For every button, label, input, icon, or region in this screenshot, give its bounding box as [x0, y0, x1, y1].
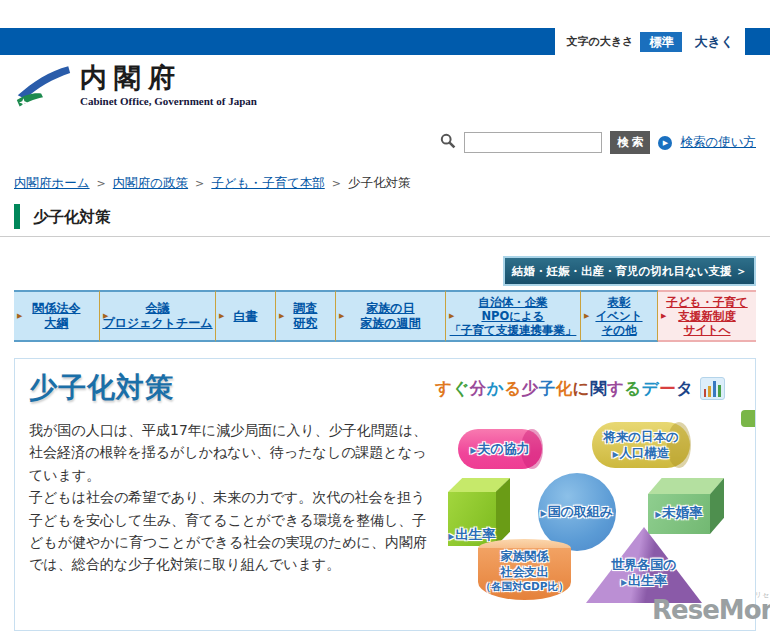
main-content-box: 少子化対策 我が国の人口は、平成17年に減少局面に入り、少子化問題は、社会経済の… — [14, 358, 756, 631]
breadcrumb-child-bureau-link[interactable]: 子ども・子育て本部 — [211, 175, 324, 192]
arrow-marker-icon: ▶ — [612, 450, 618, 459]
nav-link[interactable]: 研究 — [294, 316, 318, 331]
data-shapes-cluster: ▶夫の協力 将来の日本の ▶人口構造 ▶出生率 ▶国の取組み ▶未婚率 — [435, 409, 756, 624]
nav-link[interactable]: 白書 — [234, 309, 258, 324]
search-icon — [440, 133, 456, 153]
nav-link[interactable]: イベント — [595, 309, 642, 323]
arrow-marker-icon: ▶ — [661, 312, 666, 320]
intro-text: 我が国の人口は、平成17年に減少局面に入り、少子化問題は、社会経済の根幹を揺るが… — [29, 419, 431, 576]
site-name: 内閣府 — [80, 63, 257, 93]
search-help-link[interactable]: 検索の使い方 — [680, 134, 756, 151]
nav-link[interactable]: その他 — [601, 323, 636, 337]
nav-link[interactable]: 関係法令 — [33, 301, 81, 316]
breadcrumb-home-link[interactable]: 内閣府ホーム — [14, 175, 90, 192]
search-button[interactable]: 検 索 — [610, 131, 650, 154]
data-shape-unmarried-rate[interactable]: ▶未婚率 — [648, 478, 724, 534]
nav-link[interactable]: 支援新制度 — [678, 309, 736, 323]
watermark-katakana: リセマム — [755, 592, 770, 599]
breadcrumb-current: 少子化対策 — [348, 175, 411, 192]
title-accent-bar — [14, 204, 20, 229]
text-size-label: 文字の大きさ — [567, 34, 634, 49]
banner-label: 結婚・妊娠・出産・育児の切れ目ない支援 — [512, 264, 732, 279]
arrow-marker-icon: ▶ — [449, 312, 454, 320]
section-nav: ▶ 関係法令 大綱 ▶ 会議 プロジェクトチーム ▶ 白書 ▶ 調査 研究 ▶ … — [14, 290, 756, 342]
intro-paragraph-1: 我が国の人口は、平成17年に減少局面に入り、少子化問題は、社会経済の根幹を揺るが… — [29, 419, 431, 486]
green-decoration — [741, 410, 756, 427]
nav-link[interactable]: 調査 — [294, 301, 318, 316]
text-size-larger-button[interactable]: 大きく — [689, 31, 739, 52]
arrow-marker-icon: ▶ — [655, 510, 661, 519]
nav-tab-survey-research[interactable]: ▶ 調査 研究 — [276, 290, 336, 342]
data-shape-husband-cooperation[interactable]: ▶夫の協力 — [458, 429, 542, 469]
intro-paragraph-2: 子どもは社会の希望であり、未来の力です。次代の社会を担う子どもを安心して生み、育… — [29, 486, 431, 576]
nav-link[interactable]: プロジェクトチーム — [102, 316, 212, 331]
chevron-right-icon: ＞ — [736, 264, 748, 279]
nav-link[interactable]: 「子育て支援連携事業」 — [450, 323, 577, 337]
nav-link[interactable]: 表彰 — [608, 295, 631, 309]
nav-tab-laws-outline[interactable]: ▶ 関係法令 大綱 — [14, 290, 100, 342]
arrow-marker-icon: ▶ — [448, 532, 454, 541]
arrow-marker-icon: ▶ — [541, 509, 547, 518]
cabinet-office-swoosh-icon — [14, 63, 72, 113]
search-area: 検 索 ▶ 検索の使い方 — [440, 131, 756, 154]
data-shape-birth-rate[interactable]: ▶出生率 — [448, 478, 510, 546]
nav-link[interactable]: 自治体・企業 — [479, 295, 548, 309]
data-shape-future-population[interactable]: 将来の日本の ▶人口構造 — [592, 422, 690, 468]
nav-tab-family-day-week[interactable]: ▶ 家族の日 家族の週間 — [336, 290, 446, 342]
breadcrumb-separator: > — [97, 177, 106, 190]
arrow-marker-icon: ▶ — [279, 312, 284, 320]
nav-tab-child-support-new-system-site[interactable]: ▶ 子ども・子育て 支援新制度 サイトへ — [658, 290, 756, 342]
page-title: 少子化対策 — [33, 207, 111, 228]
data-shape-family-social-expenditure[interactable]: ▶ 家族関係 社会支出 （各国対GDP比） — [478, 539, 571, 601]
logo-text: 内閣府 Cabinet Office, Government of Japan — [80, 63, 257, 107]
site-tagline: Cabinet Office, Government of Japan — [80, 95, 257, 107]
nav-link[interactable]: 会議 — [146, 301, 170, 316]
nav-link[interactable]: 大綱 — [45, 316, 69, 331]
arrow-marker-icon: ▶ — [103, 312, 108, 320]
arrow-marker-icon: ▶ — [17, 312, 22, 320]
arrow-marker-icon: ▶ — [621, 578, 627, 587]
breadcrumb-separator: > — [332, 177, 341, 190]
resemom-watermark: リセマム ReseMom. — [652, 597, 770, 623]
nav-link[interactable]: NPOによる — [481, 309, 544, 323]
top-bar: 文字の大きさ 標準 大きく — [0, 28, 770, 55]
text-size-standard-button[interactable]: 標準 — [640, 32, 682, 52]
breadcrumb: 内閣府ホーム > 内閣府の政策 > 子ども・子育て本部 > 少子化対策 — [14, 175, 410, 192]
arrow-marker-icon: ▶ — [219, 312, 224, 320]
main-heading: 少子化対策 — [29, 369, 174, 407]
site-logo[interactable]: 内閣府 Cabinet Office, Government of Japan — [14, 63, 257, 113]
bar-chart-icon — [700, 377, 725, 400]
breadcrumb-separator: > — [195, 177, 204, 190]
seamless-support-banner[interactable]: 結婚・妊娠・出産・育児の切れ目ない支援 ＞ — [503, 256, 756, 286]
arrow-marker-icon: ▶ — [470, 446, 476, 455]
nav-link[interactable]: 子ども・子育て — [666, 295, 747, 309]
data-title-chars: すぐ分かる少子化に関するデータ — [435, 378, 694, 400]
arrow-marker-icon: ▶ — [339, 312, 344, 320]
circle-arrow-icon: ▶ — [658, 136, 672, 150]
nav-tab-awards-events-other[interactable]: ▶ 表彰 イベント その他 — [581, 290, 658, 342]
nav-link[interactable]: 家族の週間 — [360, 316, 420, 331]
breadcrumb-policy-link[interactable]: 内閣府の政策 — [113, 175, 188, 192]
nav-link[interactable]: サイトへ — [683, 323, 730, 337]
page-title-bar: 少子化対策 — [0, 199, 770, 237]
nav-tab-white-paper[interactable]: ▶ 白書 — [216, 290, 276, 342]
text-size-panel: 文字の大きさ 標準 大きく — [555, 28, 745, 55]
nav-tab-meetings-project-team[interactable]: ▶ 会議 プロジェクトチーム — [100, 290, 216, 342]
arrow-marker-icon: ▶ — [584, 312, 589, 320]
nav-tab-municipality-npo-projects[interactable]: ▶ 自治体・企業 NPOによる 「子育て支援連携事業」 — [446, 290, 581, 342]
nav-link[interactable]: 家族の日 — [366, 301, 414, 316]
search-input[interactable] — [464, 132, 602, 153]
data-section-title: すぐ分かる少子化に関するデータ — [435, 377, 725, 400]
